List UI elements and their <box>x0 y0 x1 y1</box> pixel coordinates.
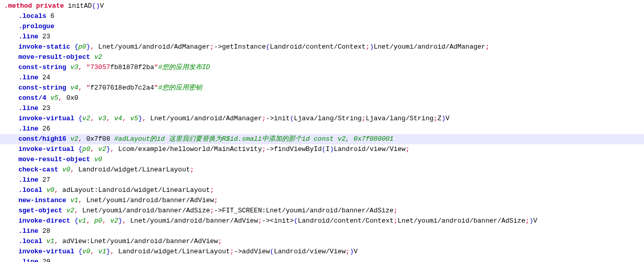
code-token: .line <box>18 74 38 81</box>
code-token: " <box>154 84 158 92</box>
code-token: invoke-virtual <box>18 115 74 122</box>
code-token <box>82 84 86 92</box>
code-block: .method private initAD()V.locals 6.prolo… <box>0 0 644 262</box>
code-token: , <box>54 237 58 245</box>
code-token: v2 <box>82 115 91 122</box>
code-token: Lnet/youmi/android/AdManager <box>146 115 262 122</box>
code-token: #您的应用发布ID <box>158 63 210 71</box>
code-line: const-string v3, "73057fb81878f2ba"#您的应用… <box>0 62 644 73</box>
code-token: v2 <box>98 145 106 153</box>
code-token: , <box>78 135 82 143</box>
code-token: sget-object <box>18 207 62 214</box>
code-token: v5 <box>130 115 139 122</box>
code-token: ) <box>441 115 446 122</box>
code-token: , <box>102 217 106 225</box>
code-token <box>126 115 130 122</box>
code-token <box>106 217 110 225</box>
code-line: invoke-static {p0}, Lnet/youmi/android/A… <box>0 42 644 52</box>
code-line: .local v0, adLayout:Landroid/widget/Line… <box>0 185 644 195</box>
code-line: .line 28 <box>0 226 644 236</box>
code-token: } <box>118 217 122 225</box>
code-line: .locals 6 <box>0 11 644 21</box>
code-token <box>58 166 62 173</box>
code-token: Landroid/widget/LinearLayout <box>114 248 230 255</box>
code-token: v1 <box>78 217 86 225</box>
code-token: adView:Lnet/youmi/android/banner/AdView <box>58 237 218 245</box>
code-token: 24 <box>38 74 50 81</box>
code-line: .line 27 <box>0 175 644 185</box>
code-token: , <box>78 196 82 204</box>
code-token: v0 <box>47 186 55 194</box>
code-token: "73057 <box>86 63 110 71</box>
code-token: V <box>534 217 538 225</box>
code-token: { <box>78 248 82 255</box>
code-token: ; <box>525 217 529 225</box>
code-token: v2 <box>94 53 102 61</box>
code-token: Lnet/youmi/android/banner/AdView <box>126 217 258 225</box>
code-token: Landroid/view/View <box>334 145 405 153</box>
code-token: 23 <box>38 104 50 112</box>
code-token: v0 <box>94 156 102 163</box>
code-token: const-string <box>18 63 66 71</box>
code-line: move-result-object v0 <box>0 155 644 165</box>
code-token: ; <box>210 186 214 194</box>
code-token: ; <box>262 115 266 122</box>
code-token: initAD <box>64 2 92 10</box>
code-token: Ljava/lang/String <box>366 115 434 122</box>
code-line: new-instance v1, Lnet/youmi/android/bann… <box>0 195 644 206</box>
code-token: move-result-object <box>18 156 90 163</box>
code-token: v2 <box>110 217 119 225</box>
code-token: Landroid/content/Context <box>298 217 393 225</box>
code-line: .line 26 <box>0 124 644 134</box>
code-token: new-instance <box>18 196 66 204</box>
code-line: .line 29 <box>0 257 644 262</box>
code-token: check-cast <box>18 166 58 173</box>
code-line: .prologue <box>0 21 644 32</box>
code-token: ->FIT_SCREEN:Lnet/youmi/android/banner/A… <box>214 207 393 214</box>
code-token: v3 <box>70 63 78 71</box>
code-token: , <box>122 217 126 225</box>
code-token: V <box>446 115 450 122</box>
code-token: v0 <box>62 166 71 173</box>
code-token: v3 <box>98 115 106 122</box>
code-token: ; <box>218 237 222 245</box>
code-token: const/high16 <box>18 135 66 143</box>
code-token: I <box>326 145 330 153</box>
code-token: .line <box>18 33 38 40</box>
code-token: 23 <box>38 33 50 40</box>
code-token: fb81878f2ba <box>110 63 154 71</box>
code-token: const/4 <box>18 94 47 102</box>
code-line: invoke-virtual {v0, v1}, Landroid/widget… <box>0 247 644 257</box>
code-token: move-result-object <box>18 53 90 61</box>
code-token: const-string <box>18 84 66 92</box>
code-token: v2 <box>66 207 75 214</box>
code-token <box>74 248 78 255</box>
code-token: 27 <box>38 176 50 184</box>
code-line: .line 23 <box>0 32 644 42</box>
code-token: ->findViewById <box>266 145 322 153</box>
code-token: V <box>353 248 358 255</box>
code-token: #adLayout的id 这里我们要替换为R$id.smali中添加的那个id … <box>114 135 393 143</box>
code-token: v1 <box>98 248 106 255</box>
code-token: ; <box>190 166 194 173</box>
code-token: v4 <box>70 84 78 92</box>
code-token: , <box>58 94 62 102</box>
code-token <box>42 237 47 245</box>
code-token: 28 <box>38 227 50 235</box>
code-token <box>94 145 98 153</box>
code-token: invoke-virtual <box>18 145 74 153</box>
code-token: } <box>138 115 142 122</box>
code-token: ; <box>258 217 262 225</box>
code-token: Lnet/youmi/android/AdManager <box>373 43 485 51</box>
code-line: .line 24 <box>0 73 644 83</box>
code-token: , <box>54 186 58 194</box>
code-token: ->init <box>266 115 290 122</box>
code-line: const/high16 v2, 0x7f08 #adLayout的id 这里我… <box>0 134 644 144</box>
code-token: v1 <box>70 196 78 204</box>
code-token: } <box>106 248 110 255</box>
code-token: Lnet/youmi/android/banner/AdSize <box>78 207 210 214</box>
code-token: p0 <box>82 145 91 153</box>
code-line: .local v1, adView:Lnet/youmi/android/ban… <box>0 236 644 247</box>
code-token: .line <box>18 258 38 262</box>
code-token: ( <box>266 43 270 51</box>
